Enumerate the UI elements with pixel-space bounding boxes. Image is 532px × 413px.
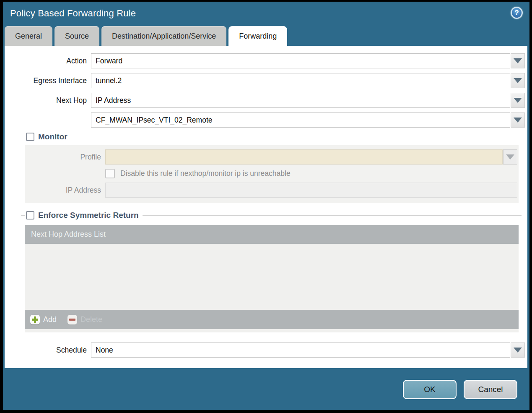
monitor-profile-value xyxy=(105,149,503,165)
minus-icon xyxy=(67,315,77,324)
chevron-down-icon xyxy=(514,98,522,103)
monitor-profile-combo xyxy=(105,149,517,165)
enforce-symmetric-return-checkbox[interactable] xyxy=(26,211,34,220)
monitor-profile-dropdown-button xyxy=(503,149,517,165)
next-hop-type-combo: IP Address xyxy=(91,93,525,108)
tab-destination-application-service[interactable]: Destination/Application/Service xyxy=(101,26,226,46)
schedule-label: Schedule xyxy=(9,346,91,355)
chevron-down-icon xyxy=(514,348,522,353)
monitor-checkbox[interactable] xyxy=(26,133,34,141)
monitor-ip-address-value xyxy=(105,183,517,198)
schedule-value[interactable]: None xyxy=(91,342,510,358)
action-value[interactable]: Forward xyxy=(91,53,510,68)
plus-icon xyxy=(30,315,40,324)
tab-bar: General Source Destination/Application/S… xyxy=(5,26,529,46)
table-toolbar: Add Delete xyxy=(25,310,519,329)
dialog-title: Policy Based Forwarding Rule xyxy=(3,2,529,19)
monitor-profile-label: Profile xyxy=(25,153,105,162)
dialog-titlebar: Policy Based Forwarding Rule ? xyxy=(3,2,529,26)
next-hop-row: Next Hop IP Address xyxy=(9,93,525,108)
delete-button: Delete xyxy=(67,315,102,324)
delete-button-label: Delete xyxy=(80,315,102,324)
next-hop-address-row: CF_MWAN_IPsec_VTI_02_Remote xyxy=(9,112,525,128)
chevron-down-icon xyxy=(514,118,522,123)
symmetric-return-group: Enforce Symmetric Return Next Hop Addres… xyxy=(21,211,522,332)
chevron-down-icon xyxy=(506,154,514,159)
monitor-legend-line xyxy=(71,137,522,137)
schedule-combo: None xyxy=(91,342,525,358)
schedule-dropdown-button[interactable] xyxy=(511,342,525,358)
egress-interface-label: Egress Interface xyxy=(9,76,91,85)
schedule-row: Schedule None xyxy=(9,342,525,358)
action-row: Action Forward xyxy=(9,53,525,68)
egress-interface-dropdown-button[interactable] xyxy=(511,73,525,88)
next-hop-address-dropdown-button[interactable] xyxy=(511,112,525,128)
disable-rule-label: Disable this rule if nexthop/monitor ip … xyxy=(120,169,291,178)
next-hop-address-value[interactable]: CF_MWAN_IPsec_VTI_02_Remote xyxy=(91,112,510,128)
ok-button[interactable]: OK xyxy=(403,380,457,399)
monitor-group-header: Monitor xyxy=(21,132,522,141)
monitor-group: Monitor Profile Disable this rul xyxy=(21,132,522,203)
next-hop-address-combo: CF_MWAN_IPsec_VTI_02_Remote xyxy=(91,112,525,128)
egress-interface-row: Egress Interface tunnel.2 xyxy=(9,73,525,88)
tab-forwarding[interactable]: Forwarding xyxy=(228,26,287,46)
egress-interface-value[interactable]: tunnel.2 xyxy=(91,73,510,88)
chevron-down-icon xyxy=(514,58,522,63)
tab-source[interactable]: Source xyxy=(54,26,99,46)
monitor-ip-address-label: IP Address xyxy=(25,186,105,195)
table-body-empty[interactable] xyxy=(25,244,519,310)
disable-rule-checkbox xyxy=(105,169,115,178)
action-label: Action xyxy=(9,57,91,65)
help-icon[interactable]: ? xyxy=(511,7,523,19)
action-dropdown-button[interactable] xyxy=(511,53,525,68)
cancel-button[interactable]: Cancel xyxy=(464,380,517,399)
tab-general[interactable]: General xyxy=(5,26,52,46)
next-hop-type-dropdown-button[interactable] xyxy=(511,93,525,108)
monitor-group-body: Profile Disable this rule if nexthop/mon… xyxy=(25,145,519,203)
add-button[interactable]: Add xyxy=(30,315,57,324)
next-hop-address-list-table: Next Hop Address List Add Delete xyxy=(25,225,519,332)
dialog-policy-based-forwarding-rule: Policy Based Forwarding Rule ? General S… xyxy=(3,2,529,410)
monitor-disable-rule-row: Disable this rule if nexthop/monitor ip … xyxy=(25,169,517,178)
monitor-group-title: Monitor xyxy=(38,132,67,141)
forwarding-tab-panel: Action Forward Egress Interface tunnel.2… xyxy=(5,46,527,368)
symmetric-return-legend-line xyxy=(143,215,522,216)
next-hop-type-value[interactable]: IP Address xyxy=(91,93,510,108)
symmetric-return-group-title: Enforce Symmetric Return xyxy=(38,211,139,220)
action-combo: Forward xyxy=(91,53,525,68)
monitor-ip-address-combo xyxy=(105,183,517,198)
next-hop-label: Next Hop xyxy=(9,96,91,105)
add-button-label: Add xyxy=(43,315,57,324)
monitor-ip-address-row: IP Address xyxy=(25,183,517,198)
monitor-profile-row: Profile xyxy=(25,149,517,165)
chevron-down-icon xyxy=(514,78,522,83)
symmetric-return-group-header: Enforce Symmetric Return xyxy=(21,211,522,220)
dialog-footer: OK Cancel xyxy=(3,368,529,399)
egress-interface-combo: tunnel.2 xyxy=(91,73,525,88)
table-header-next-hop-address-list: Next Hop Address List xyxy=(25,225,519,244)
